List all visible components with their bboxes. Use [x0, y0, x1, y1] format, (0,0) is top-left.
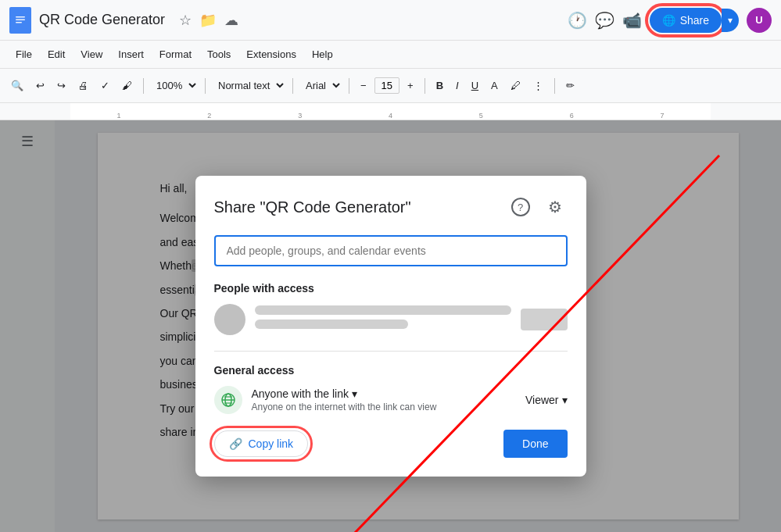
viewer-role-dropdown[interactable]: Viewer ▾ — [525, 394, 568, 406]
toolbar-divider-1 — [143, 78, 144, 94]
modal-overlay: Share "QR Code Generator" ? ⚙ People wit… — [0, 120, 781, 532]
link-access-icon — [214, 386, 242, 414]
bold-btn[interactable]: B — [432, 77, 448, 95]
general-access-label: General access — [214, 364, 568, 377]
menu-edit[interactable]: Edit — [41, 45, 71, 63]
highlight-btn[interactable]: 🖊 — [506, 77, 525, 95]
access-type-label: Anyone with the link — [252, 387, 349, 400]
access-info: Anyone with the link ▾ Anyone on the int… — [252, 387, 516, 412]
toolbar-divider-6 — [554, 78, 555, 94]
paint-format-btn[interactable]: 🖌 — [117, 77, 137, 95]
folder-icon[interactable]: 📁 — [199, 12, 217, 29]
chat-icon[interactable]: 💬 — [595, 11, 614, 30]
document-title: QR Code Generator — [39, 12, 165, 28]
star-icon[interactable]: ☆ — [179, 12, 192, 29]
user-avatar-blur — [214, 304, 245, 335]
font-select[interactable]: Arial — [299, 77, 342, 94]
toolbar: 🔍 ↩ ↪ 🖨 ✓ 🖌 100% Normal text Arial − 15 … — [0, 69, 781, 103]
access-description: Anyone on the internet with the link can… — [252, 402, 516, 412]
settings-icon-btn[interactable]: ⚙ — [543, 195, 568, 220]
access-row: Anyone with the link ▾ Anyone on the int… — [214, 386, 568, 414]
user-email-blur — [255, 320, 409, 329]
menu-insert[interactable]: Insert — [112, 45, 150, 63]
user-info-blur — [255, 305, 511, 334]
user-avatar[interactable]: U — [747, 8, 772, 33]
share-btn-label: Share — [680, 14, 709, 27]
menu-tools[interactable]: Tools — [201, 45, 237, 63]
menu-help[interactable]: Help — [306, 45, 339, 63]
menu-bar: File Edit View Insert Format Tools Exten… — [0, 41, 781, 69]
redo-btn[interactable]: ↪ — [52, 77, 70, 95]
people-list — [214, 304, 568, 335]
svg-rect-2 — [16, 19, 25, 20]
toolbar-divider-4 — [349, 78, 349, 94]
ruler-inner: 1 2 3 4 5 6 7 — [70, 103, 711, 120]
copy-link-label: Copy link — [249, 437, 294, 450]
general-access-section: General access Anyone with the — [214, 351, 568, 414]
modal-title: Share "QR Code Generator" — [214, 198, 411, 216]
search-toolbar-btn[interactable]: 🔍 — [6, 77, 28, 95]
undo-btn[interactable]: ↩ — [31, 77, 49, 95]
modal-header: Share "QR Code Generator" ? ⚙ — [214, 195, 568, 220]
menu-file[interactable]: File — [9, 45, 38, 63]
user-role-blur — [521, 309, 568, 330]
question-mark-icon: ? — [511, 198, 530, 216]
share-modal: Share "QR Code Generator" ? ⚙ People wit… — [195, 176, 586, 477]
globe-icon: 🌐 — [662, 14, 675, 27]
toolbar-divider-3 — [292, 78, 293, 94]
modal-header-icons: ? ⚙ — [508, 195, 568, 220]
access-type-dropdown[interactable]: Anyone with the link ▾ — [252, 387, 516, 400]
font-size-display[interactable]: 15 — [374, 77, 399, 94]
gear-icon: ⚙ — [548, 198, 562, 216]
history-icon[interactable]: 🕐 — [568, 11, 587, 30]
done-button[interactable]: Done — [503, 430, 567, 458]
svg-rect-1 — [16, 16, 25, 18]
doc-area: ☰ Hi all, Welcome to our powerful and ea… — [0, 120, 781, 532]
dropdown-arrow-icon: ▾ — [352, 387, 357, 400]
svg-rect-3 — [16, 22, 22, 23]
video-icon[interactable]: 📹 — [622, 11, 642, 30]
user-name-blur — [255, 305, 511, 315]
link-icon: 🔗 — [229, 437, 242, 450]
zoom-select[interactable]: 100% — [150, 77, 199, 94]
share-button[interactable]: 🌐 Share — [650, 8, 722, 33]
underline-btn[interactable]: U — [467, 77, 483, 95]
people-section-label: People with access — [214, 282, 568, 295]
font-size-decrease-btn[interactable]: − — [356, 77, 371, 95]
copy-link-button[interactable]: 🔗 Copy link — [214, 430, 309, 457]
italic-btn[interactable]: I — [451, 77, 464, 95]
more-toolbar-btn[interactable]: ⋮ — [528, 77, 548, 95]
share-btn-wrapper: 🌐 Share ▾ — [650, 8, 739, 33]
viewer-label: Viewer — [525, 394, 559, 406]
help-icon-btn[interactable]: ? — [508, 195, 533, 220]
menu-view[interactable]: View — [74, 45, 109, 63]
style-select[interactable]: Normal text — [212, 77, 286, 94]
spell-check-btn[interactable]: ✓ — [96, 77, 114, 95]
toolbar-divider-5 — [425, 78, 425, 94]
share-dropdown-btn[interactable]: ▾ — [722, 9, 739, 32]
title-bar-right: 🕐 💬 📹 🌐 Share ▾ U — [568, 8, 772, 33]
modal-footer: 🔗 Copy link Done — [214, 430, 568, 458]
edit-pencil-btn[interactable]: ✏ — [561, 77, 579, 95]
menu-format[interactable]: Format — [153, 45, 198, 63]
toolbar-divider-2 — [205, 78, 206, 94]
title-bar-icons: ☆ 📁 ☁ — [179, 12, 238, 29]
cloud-icon[interactable]: ☁ — [224, 12, 238, 29]
menu-extensions[interactable]: Extensions — [240, 45, 303, 63]
viewer-dropdown-arrow: ▾ — [562, 394, 568, 406]
text-color-btn[interactable]: A — [486, 77, 503, 95]
print-btn[interactable]: 🖨 — [73, 77, 93, 95]
font-size-increase-btn[interactable]: + — [403, 77, 418, 95]
title-bar: QR Code Generator ☆ 📁 ☁ 🕐 💬 📹 🌐 Share ▾ … — [0, 0, 781, 41]
ruler: 1 2 3 4 5 6 7 — [0, 103, 781, 120]
app-icon — [9, 7, 31, 34]
share-people-input[interactable] — [214, 235, 568, 266]
